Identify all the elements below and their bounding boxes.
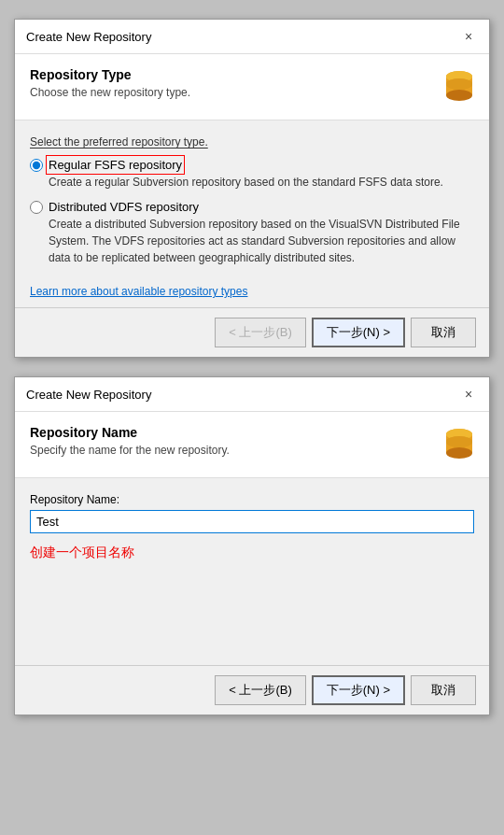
header2-text: Repository Name Specify the name for the… (30, 425, 230, 457)
option-fsfs-row: Regular FSFS repository (30, 158, 474, 172)
option-vdfs-desc: Create a distributed Subversion reposito… (49, 216, 474, 266)
dialog2-footer: < 上一步(B) 下一步(N) > 取消 (15, 665, 489, 715)
dialog2-body: Repository Name: 创建一个项目名称 (15, 478, 489, 665)
next-button2[interactable]: 下一步(N) > (312, 675, 405, 705)
radio-group: Regular FSFS repository Create a regular… (30, 158, 474, 266)
repo-name-label: Repository Name: (30, 493, 474, 506)
radio-fsfs[interactable] (30, 159, 43, 172)
titlebar: Create New Repository × (15, 20, 489, 54)
dialog-title: Create New Repository (26, 30, 151, 44)
annotation-text: 创建一个项目名称 (30, 545, 474, 561)
option-vdfs: Distributed VDFS repository Create a dis… (30, 200, 474, 266)
svg-point-2 (446, 90, 472, 101)
option-vdfs-row: Distributed VDFS repository (30, 200, 474, 214)
learn-more-link[interactable]: Learn more about available repository ty… (30, 285, 247, 298)
dialog2-header: Repository Name Specify the name for the… (15, 412, 489, 478)
dialog-repository-name: Create New Repository × Repository Name … (14, 376, 490, 715)
option-fsfs-desc: Create a regular Subversion repository b… (49, 174, 474, 191)
header-text: Repository Type Choose the new repositor… (30, 67, 190, 99)
titlebar2: Create New Repository × (15, 377, 489, 412)
cancel-button[interactable]: 取消 (411, 318, 476, 347)
dialog-header: Repository Type Choose the new repositor… (15, 54, 489, 120)
database-icon2 (444, 427, 474, 464)
back-button[interactable]: < 上一步(B) (215, 318, 306, 347)
option-fsfs: Regular FSFS repository Create a regular… (30, 158, 474, 191)
radio-fsfs-label[interactable]: Regular FSFS repository (49, 158, 182, 172)
close-button2[interactable]: × (459, 385, 478, 403)
radio-vdfs[interactable] (30, 201, 43, 214)
radio-vdfs-label[interactable]: Distributed VDFS repository (49, 200, 199, 214)
svg-point-5 (446, 78, 472, 90)
header2-title: Repository Name (30, 425, 230, 440)
back-button2[interactable]: < 上一步(B) (215, 675, 306, 705)
svg-point-11 (446, 436, 472, 447)
dialog-body: Select the preferred repository type. Re… (15, 120, 489, 307)
select-label: Select the preferred repository type. (30, 135, 474, 149)
header2-subtitle: Specify the name for the new repository. (30, 444, 230, 457)
dialog2-title: Create New Repository (26, 388, 151, 402)
database-icon (444, 69, 474, 106)
header-subtitle: Choose the new repository type. (30, 86, 190, 99)
dialog1-footer: < 上一步(B) 下一步(N) > 取消 (15, 307, 489, 357)
next-button[interactable]: 下一步(N) > (312, 318, 405, 347)
repo-name-input[interactable] (30, 510, 474, 533)
svg-point-8 (446, 447, 472, 459)
close-button[interactable]: × (459, 27, 478, 46)
cancel-button2[interactable]: 取消 (411, 675, 476, 705)
repo-name-group: Repository Name: (30, 493, 474, 533)
dialog-repository-type: Create New Repository × Repository Type … (14, 19, 490, 358)
header-title: Repository Type (30, 67, 190, 82)
